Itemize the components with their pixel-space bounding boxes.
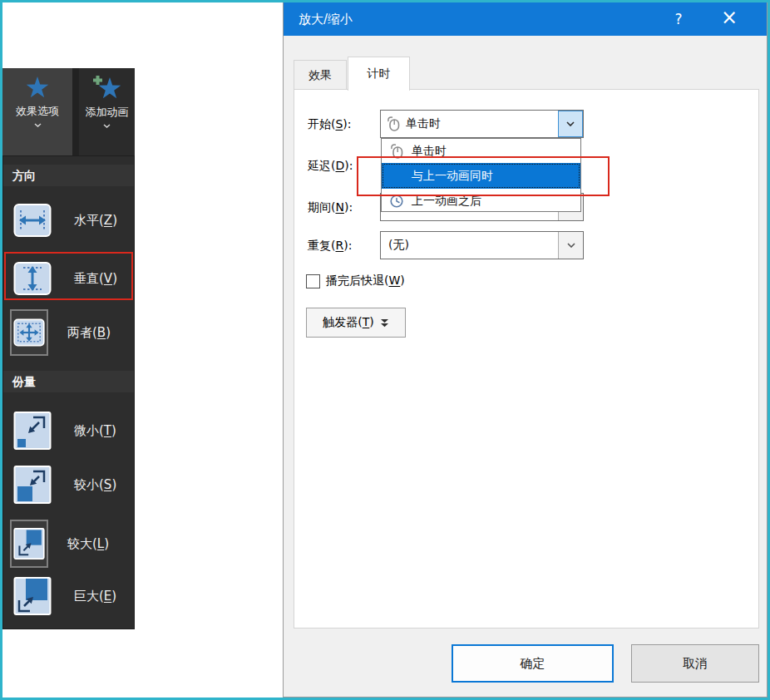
both-icon-selected <box>10 309 48 356</box>
repeat-label: 重复(R): <box>308 231 352 259</box>
cancel-button[interactable]: 取消 <box>631 644 759 683</box>
ribbon-strip: 效果选项 添加动画 <box>2 68 135 155</box>
rewind-checkbox-label: 播完后快退(W) <box>326 274 405 288</box>
tab-effect[interactable]: 效果 <box>294 60 347 90</box>
mouse-click-icon <box>381 116 406 132</box>
repeat-value: (无) <box>381 238 558 253</box>
ribbon-divider <box>72 68 79 155</box>
dialog-title: 放大/缩小 <box>299 2 353 36</box>
chevron-down-icon <box>103 124 111 128</box>
menu-item-both[interactable]: 两者(B) <box>3 307 134 358</box>
dropdown-item-with-previous[interactable]: 与上一动画同时 <box>382 163 580 189</box>
menu-item-huge[interactable]: 巨大(E) <box>3 571 134 621</box>
help-button[interactable]: ? <box>655 2 702 36</box>
effect-options-button[interactable]: 效果选项 <box>2 68 72 155</box>
grow-shrink-dialog: 放大/缩小 ? × 效果 计时 开始(S): 单击时 <box>283 2 768 698</box>
dropdown-item-label: 上一动画之后 <box>412 194 481 209</box>
menu-item-vertical[interactable]: 垂直(V) <box>3 254 134 303</box>
huge-icon <box>13 575 52 617</box>
chevron-down-icon <box>34 123 42 127</box>
smaller-icon <box>13 464 52 505</box>
menu-item-label: 垂直(V) <box>74 271 117 287</box>
menu-item-horizontal[interactable]: 水平(Z) <box>3 196 134 244</box>
dropdown-item-on-click[interactable]: 单击时 <box>382 139 580 163</box>
tab-timing[interactable]: 计时 <box>348 57 410 91</box>
menu-item-label: 两者(B) <box>67 325 111 341</box>
tiny-icon <box>13 410 52 451</box>
start-combobox[interactable]: 单击时 <box>380 110 584 138</box>
star-icon <box>25 76 50 99</box>
delay-label: 延迟(D): <box>308 151 353 180</box>
menu-item-smaller[interactable]: 较小(S) <box>3 460 134 510</box>
clock-icon <box>387 194 407 209</box>
mouse-click-icon <box>387 143 407 160</box>
menu-section-direction: 方向 <box>3 165 134 186</box>
start-label: 开始(S): <box>308 110 352 138</box>
double-chevron-down-icon <box>380 318 389 328</box>
menu-section-amount: 份量 <box>3 371 134 392</box>
menu-item-label: 较大(L) <box>67 536 109 552</box>
menu-item-tiny[interactable]: 微小(T) <box>3 406 134 456</box>
repeat-combobox[interactable]: (无) <box>380 231 584 259</box>
repeat-dropdown-button[interactable] <box>558 232 583 259</box>
effect-options-menu: 方向 水平(Z) <box>2 155 135 629</box>
horizontal-icon <box>13 200 52 240</box>
screenshot-root: 效果选项 添加动画 方向 <box>0 0 770 700</box>
triggers-label: 触发器(T) <box>323 315 374 330</box>
larger-icon-selected <box>10 520 48 568</box>
add-animation-star-icon <box>93 76 121 100</box>
duration-label: 期间(N): <box>308 193 353 221</box>
add-animation-label: 添加动画 <box>86 105 129 120</box>
chevron-down-icon <box>567 243 575 248</box>
start-value: 单击时 <box>406 116 558 131</box>
dialog-titlebar: 放大/缩小 ? × <box>284 2 767 36</box>
menu-item-label: 微小(T) <box>74 423 116 439</box>
add-animation-button[interactable]: 添加动画 <box>79 68 135 155</box>
ok-button[interactable]: 确定 <box>452 644 614 683</box>
menu-item-larger[interactable]: 较大(L) <box>3 517 134 570</box>
menu-item-label: 水平(Z) <box>74 213 117 229</box>
close-button[interactable]: × <box>706 2 753 36</box>
triggers-button[interactable]: 触发器(T) <box>306 308 406 338</box>
rewind-checkbox-row[interactable]: 播完后快退(W) <box>306 274 405 288</box>
vertical-icon <box>13 259 52 298</box>
start-dropdown-list: 单击时 与上一动画同时 上一动画之后 <box>381 138 581 212</box>
effect-options-label: 效果选项 <box>16 104 59 119</box>
chevron-down-icon <box>566 121 575 126</box>
menu-item-label: 较小(S) <box>74 477 116 493</box>
dropdown-item-after-previous[interactable]: 上一动画之后 <box>382 189 580 213</box>
rewind-checkbox[interactable] <box>306 274 320 288</box>
dialog-body: 效果 计时 开始(S): 单击时 <box>284 36 767 697</box>
menu-item-label: 巨大(E) <box>74 589 116 604</box>
timing-tab-page: 开始(S): 单击时 延迟(D): <box>294 89 759 629</box>
start-dropdown-button[interactable] <box>558 111 583 137</box>
dropdown-item-label: 单击时 <box>412 144 447 159</box>
